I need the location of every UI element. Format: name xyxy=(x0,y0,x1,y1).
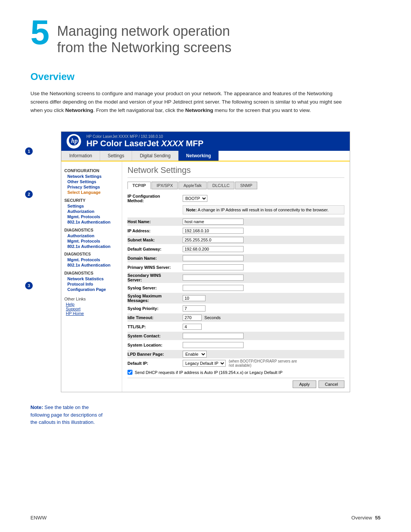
chapter-title: Managing network operation from the Netw… xyxy=(57,19,231,56)
ttl-slp-input[interactable] xyxy=(183,324,202,330)
sub-tab-snmp[interactable]: SNMP xyxy=(235,182,257,189)
default-ip-row: Default IP: Legacy Default IP (when BOOT… xyxy=(127,359,344,367)
system-contact-input[interactable] xyxy=(183,333,244,339)
host-name-label: Host Name: xyxy=(127,219,183,224)
sidebar-link-8021x-auth[interactable]: 802.1x Authentication xyxy=(64,219,119,225)
footer-page: 55 xyxy=(375,515,381,521)
system-location-row: System Location: xyxy=(127,341,344,349)
idle-timeout-row: Idle Timeout: Seconds xyxy=(127,313,344,322)
sidebar-section-configuration: CONFIGURATION xyxy=(64,168,119,173)
sidebar-section-diagnostics3: DIAGNOSTICS xyxy=(64,271,119,275)
primary-wins-input[interactable] xyxy=(183,264,244,270)
apply-button[interactable]: Apply xyxy=(293,380,316,388)
subnet-mask-value xyxy=(183,237,344,243)
idle-timeout-value: Seconds xyxy=(183,315,344,321)
sidebar-link-network-settings[interactable]: Network Settings xyxy=(64,174,119,179)
default-ip-label: Default IP: xyxy=(127,361,183,366)
hp-main-title: HP Color LaserJet XXXX MFP xyxy=(86,139,204,149)
chapter-title-line2: from the Networking screens xyxy=(57,40,231,55)
default-gateway-input[interactable] xyxy=(183,246,244,252)
sub-tab-tcpip[interactable]: TCP/IP xyxy=(127,182,151,189)
domain-name-row: Domain Name: xyxy=(127,254,344,262)
sidebar-link-help[interactable]: Help xyxy=(64,302,119,307)
host-name-input[interactable] xyxy=(183,219,244,225)
syslog-max-input[interactable] xyxy=(183,295,206,301)
default-ip-note: (when BOOTP/DHCP/RARP servers arenot ava… xyxy=(229,359,297,367)
sub-tab-dlcllc[interactable]: DLC/LLC xyxy=(207,182,234,189)
syslog-server-input[interactable] xyxy=(183,285,244,291)
ttl-slp-label: TTL/SLP: xyxy=(127,324,183,329)
syslog-server-value xyxy=(183,285,344,291)
sidebar-link-privacy-settings[interactable]: Privacy Settings xyxy=(64,184,119,190)
footer-right: Overview 55 xyxy=(351,515,381,521)
sidebar-link-mgmt-protocols[interactable]: Mgmt. Protocols xyxy=(64,214,119,219)
secondary-wins-input[interactable] xyxy=(183,275,244,281)
primary-wins-value xyxy=(183,264,344,270)
sidebar-link-8021x-auth2[interactable]: 802.1x Authentication xyxy=(64,244,119,249)
primary-wins-label: Primary WINS Server: xyxy=(127,265,183,270)
ip-config-value: BOOTP xyxy=(183,195,344,202)
sidebar: CONFIGURATION Network Settings Other Set… xyxy=(61,161,122,392)
sub-tab-ipxspx[interactable]: IPX/SPX xyxy=(151,182,178,189)
ttl-slp-row: TTL/SLP: xyxy=(127,323,344,331)
sidebar-link-settings[interactable]: Settings xyxy=(64,203,119,209)
seconds-label: Seconds xyxy=(204,315,221,320)
lpd-banner-select[interactable]: Enable Disable xyxy=(183,351,207,358)
idle-timeout-input[interactable] xyxy=(183,315,202,321)
default-gateway-label: Default Gateway: xyxy=(127,247,183,251)
syslog-priority-label: Syslog Priority: xyxy=(127,306,183,311)
domain-name-value xyxy=(183,255,344,261)
idle-timeout-label: Idle Timeout: xyxy=(127,315,183,320)
ip-address-input[interactable] xyxy=(183,228,244,234)
host-name-row: Host Name: xyxy=(127,217,344,226)
subnet-mask-input[interactable] xyxy=(183,237,244,243)
page-title: Network Settings xyxy=(127,165,344,178)
system-location-label: System Location: xyxy=(127,343,183,347)
sidebar-link-mgmt3[interactable]: Mgmt. Protocols xyxy=(64,257,119,262)
sidebar-section-security: SECURITY xyxy=(64,198,119,203)
footer-left: ENWW xyxy=(30,515,47,521)
sidebar-link-config-page[interactable]: Configuration Page xyxy=(64,287,119,292)
ip-address-value xyxy=(183,228,344,234)
sidebar-link-8021x-auth3[interactable]: 802.1x Authentication xyxy=(64,262,119,268)
overview-section: Overview Use the Networking screens to c… xyxy=(0,67,411,122)
sub-tab-appletalk[interactable]: AppleTalk xyxy=(178,182,207,189)
system-location-input[interactable] xyxy=(183,342,244,348)
ip-address-label: IP Address: xyxy=(127,228,183,233)
sidebar-section-diagnostics2: DIAGNOSTICS xyxy=(64,252,119,256)
secondary-wins-value xyxy=(183,275,344,281)
syslog-priority-input[interactable] xyxy=(183,305,206,312)
tab-digital-sending[interactable]: Digital Sending xyxy=(132,151,178,161)
sidebar-link-other-settings[interactable]: Other Settings xyxy=(64,179,119,184)
syslog-max-label: Syslog MaximumMessages: xyxy=(127,294,183,303)
sidebar-link-network-stats[interactable]: Network Statistics xyxy=(64,276,119,281)
sidebar-link-hp-home[interactable]: HP Home xyxy=(64,311,119,316)
default-ip-select[interactable]: Legacy Default IP xyxy=(183,360,226,367)
sidebar-link-authorization[interactable]: Authorization xyxy=(64,209,119,214)
tab-settings[interactable]: Settings xyxy=(100,151,132,161)
sidebar-link-protocol-info[interactable]: Protocol Info xyxy=(64,281,119,287)
tab-information[interactable]: Information xyxy=(61,151,100,161)
overview-title: Overview xyxy=(30,71,381,83)
sidebar-link-auth[interactable]: Authorization xyxy=(64,233,119,238)
cancel-button[interactable]: Cancel xyxy=(319,380,344,388)
screenshot-container: hp HP Color LaserJet XXXX MFP / 192.168.… xyxy=(61,131,350,392)
tab-networking[interactable]: Networking xyxy=(178,151,219,161)
chapter-header: 5 Managing network operation from the Ne… xyxy=(0,0,411,67)
sidebar-link-select-language[interactable]: Select Language xyxy=(64,190,119,195)
default-gateway-value xyxy=(183,246,344,252)
sidebar-link-support[interactable]: Support xyxy=(64,307,119,311)
main-content: CONFIGURATION Network Settings Other Set… xyxy=(61,161,350,392)
nav-tabs: Information Settings Digital Sending Net… xyxy=(61,151,350,161)
syslog-priority-row: Syslog Priority: xyxy=(127,304,344,313)
sidebar-link-mgmt2[interactable]: Mgmt. Protocols xyxy=(64,238,119,244)
ip-config-select[interactable]: BOOTP xyxy=(183,195,207,202)
dhcp-checkbox-label: Send DHCP requests if IP address is Auto… xyxy=(135,370,282,375)
syslog-max-row: Syslog MaximumMessages: xyxy=(127,293,344,304)
hp-title-area: HP Color LaserJet XXXX MFP / 192.168.0.1… xyxy=(86,134,204,149)
domain-name-input[interactable] xyxy=(183,255,244,261)
footer-label: Overview xyxy=(351,515,372,521)
dhcp-checkbox[interactable] xyxy=(127,370,132,375)
syslog-server-row: Syslog Server: xyxy=(127,284,344,292)
hp-logo-text: hp xyxy=(68,135,79,148)
